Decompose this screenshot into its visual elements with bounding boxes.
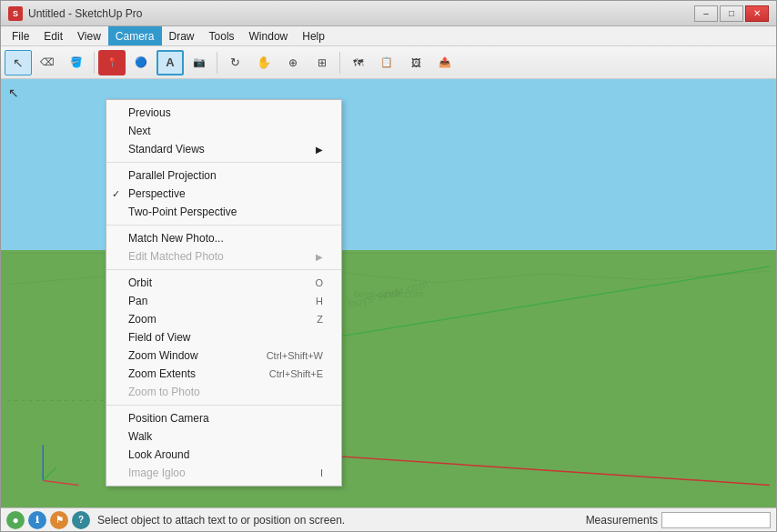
pan-label: Pan — [128, 295, 298, 307]
standard-views-arrow: ▶ — [316, 145, 323, 155]
menu-standard-views[interactable]: Standard Views ▶ — [106, 140, 341, 158]
menu-zoom-to-photo: Zoom to Photo — [106, 383, 341, 401]
location2-button[interactable]: 🔵 — [127, 50, 155, 75]
main-content: buys-sindir.com buys-sindir.com ↖ Previo… — [1, 79, 776, 507]
left-tools: ↖ — [1, 79, 26, 507]
svg-line-3 — [43, 481, 78, 486]
menu-perspective[interactable]: ✓ Perspective — [106, 185, 341, 203]
menu-window[interactable]: Window — [242, 26, 296, 45]
text-label-button[interactable]: A — [156, 50, 184, 75]
menu-view[interactable]: View — [70, 26, 108, 45]
edit-matched-photo-arrow: ▶ — [316, 252, 323, 262]
measurements-label: Measurements — [586, 514, 658, 527]
status-icon-blue[interactable]: ℹ — [28, 511, 46, 529]
next-label: Next — [128, 125, 323, 137]
menu-field-of-view[interactable]: Field of View — [106, 328, 341, 346]
status-icon-help[interactable]: ? — [72, 511, 90, 529]
menu-next[interactable]: Next — [106, 122, 341, 140]
camera-button[interactable]: 📷 — [186, 50, 213, 75]
orbit-label: Orbit — [128, 276, 297, 289]
layers-button[interactable]: 📋 — [373, 50, 400, 75]
menu-pan[interactable]: Pan H — [106, 292, 341, 310]
window-title: Untitled - SketchUp Pro — [28, 7, 142, 20]
app-icon: S — [8, 6, 23, 21]
zoom-extents-label: Zoom Extents — [128, 367, 251, 380]
menu-section-nav-tools: Orbit O Pan H Zoom Z Field of View Zoom … — [106, 270, 341, 406]
render-button[interactable]: 🖼 — [402, 50, 429, 75]
menu-look-around[interactable]: Look Around — [106, 446, 341, 464]
pan-shortcut: H — [298, 296, 323, 306]
status-icon-orange[interactable]: ⚑ — [50, 511, 68, 529]
menu-section-nav: Previous Next Standard Views ▶ — [106, 100, 341, 163]
zoom-button[interactable]: ⊕ — [279, 50, 307, 75]
zoom-window-label: Zoom Window — [128, 349, 248, 362]
perspective-label: Perspective — [128, 187, 323, 200]
menu-two-point-perspective[interactable]: Two-Point Perspective — [106, 203, 341, 221]
minimize-button[interactable]: – — [694, 5, 718, 22]
previous-label: Previous — [128, 106, 323, 119]
menu-edit[interactable]: Edit — [36, 26, 70, 45]
menu-bar: File Edit View Camera Draw Tools Window … — [1, 26, 776, 46]
camera-dropdown-menu: Previous Next Standard Views ▶ Parallel … — [106, 99, 342, 487]
watermark: buys-sindir.com — [354, 288, 424, 299]
map-button[interactable]: 🗺 — [344, 50, 371, 75]
menu-orbit[interactable]: Orbit O — [106, 274, 341, 292]
close-button[interactable]: ✕ — [745, 5, 769, 22]
position-camera-label: Position Camera — [128, 412, 323, 425]
export-button[interactable]: 📤 — [431, 50, 459, 75]
measurements-input[interactable] — [661, 512, 771, 528]
status-message: Select object to attach text to or posit… — [94, 514, 582, 527]
paint-tool-button[interactable]: 🪣 — [63, 50, 90, 75]
menu-match-new-photo[interactable]: Match New Photo... — [106, 229, 341, 247]
menu-walk[interactable]: Walk — [106, 427, 341, 446]
svg-line-1 — [275, 266, 770, 346]
menu-camera[interactable]: Camera — [108, 26, 162, 45]
menu-help[interactable]: Help — [295, 26, 332, 45]
perspective-check: ✓ — [112, 188, 120, 200]
menu-parallel-projection[interactable]: Parallel Projection — [106, 166, 341, 185]
menu-previous[interactable]: Previous — [106, 104, 341, 122]
location-button[interactable]: 📍 — [98, 50, 126, 75]
watermark-text: buys-sindir.com — [347, 276, 429, 311]
zoom-window-shortcut: Ctrl+Shift+W — [248, 350, 323, 361]
walk-label: Walk — [128, 430, 323, 443]
orbit-button[interactable]: ↻ — [221, 50, 248, 75]
zoom-box-button[interactable]: ⊞ — [308, 50, 336, 75]
left-select-tool[interactable]: ↖ — [3, 83, 25, 103]
menu-section-projection: Parallel Projection ✓ Perspective Two-Po… — [106, 163, 341, 226]
menu-edit-matched-photo: Edit Matched Photo ▶ — [106, 247, 341, 266]
menu-section-photo: Match New Photo... Edit Matched Photo ▶ — [106, 226, 341, 270]
status-bar: ● ℹ ⚑ ? Select object to attach text to … — [1, 507, 776, 531]
image-igloo-shortcut: I — [302, 467, 323, 478]
zoom-extents-shortcut: Ctrl+Shift+E — [251, 368, 323, 379]
status-icon-green[interactable]: ● — [6, 511, 25, 529]
separator-2 — [217, 52, 217, 74]
hand-button[interactable]: ✋ — [250, 50, 278, 75]
title-bar: S Untitled - SketchUp Pro – □ ✕ — [1, 1, 776, 26]
separator-1 — [94, 52, 95, 74]
svg-line-4 — [43, 467, 56, 481]
menu-zoom-extents[interactable]: Zoom Extents Ctrl+Shift+E — [106, 365, 341, 383]
match-new-photo-label: Match New Photo... — [128, 232, 323, 245]
title-bar-left: S Untitled - SketchUp Pro — [8, 6, 142, 21]
menu-section-camera-tools: Position Camera Walk Look Around Image I… — [106, 406, 341, 486]
menu-file[interactable]: File — [5, 26, 36, 45]
look-around-label: Look Around — [128, 448, 323, 461]
toolbar: ↖ ⌫ 🪣 📍 🔵 A 📷 ↻ ✋ ⊕ ⊞ 🗺 📋 🖼 📤 — [1, 46, 776, 79]
image-igloo-label: Image Igloo — [128, 467, 302, 479]
zoom-to-photo-label: Zoom to Photo — [128, 386, 323, 398]
eraser-tool-button[interactable]: ⌫ — [34, 50, 61, 75]
main-window: S Untitled - SketchUp Pro – □ ✕ File Edi… — [0, 0, 777, 532]
menu-draw[interactable]: Draw — [162, 26, 202, 45]
maximize-button[interactable]: □ — [720, 5, 743, 22]
two-point-perspective-label: Two-Point Perspective — [128, 206, 323, 218]
menu-image-igloo: Image Igloo I — [106, 464, 341, 482]
parallel-projection-label: Parallel Projection — [128, 169, 323, 182]
menu-position-camera[interactable]: Position Camera — [106, 409, 341, 427]
measurements-box: Measurements — [586, 512, 771, 528]
standard-views-label: Standard Views — [128, 143, 316, 156]
menu-zoom[interactable]: Zoom Z — [106, 310, 341, 328]
menu-tools[interactable]: Tools — [202, 26, 242, 45]
menu-zoom-window[interactable]: Zoom Window Ctrl+Shift+W — [106, 346, 341, 365]
select-tool-button[interactable]: ↖ — [5, 50, 32, 75]
